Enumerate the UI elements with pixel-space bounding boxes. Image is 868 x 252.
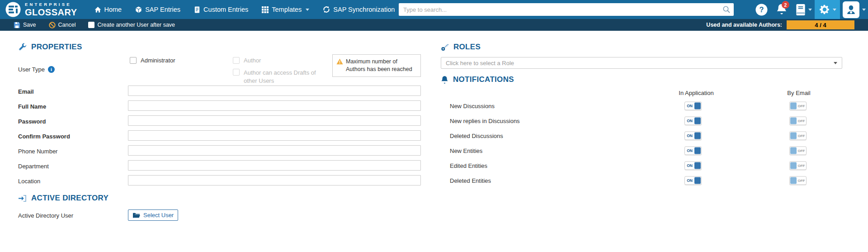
- home-icon: [94, 6, 101, 13]
- email-toggle-off[interactable]: OFF: [789, 101, 807, 110]
- sign-in-icon: [18, 195, 27, 202]
- in-app-toggle-on[interactable]: ON: [684, 101, 702, 110]
- location-label: Location: [18, 177, 40, 184]
- svg-text:?: ?: [759, 5, 764, 14]
- search-icon[interactable]: [722, 5, 731, 14]
- phone-number-field[interactable]: [128, 145, 421, 156]
- notification-row-label: Deleted Entities: [450, 177, 491, 184]
- toggle-on-label: ON: [685, 119, 694, 123]
- email-field[interactable]: [128, 86, 421, 96]
- top-navbar: ENTERPRISE GLOSSARY Home SAP Entries Cus…: [0, 0, 868, 19]
- confirm-password-field[interactable]: [128, 130, 421, 141]
- save-button[interactable]: Save: [14, 22, 36, 29]
- author-drafts-checkbox-row: Author can access Drafts of other Users: [233, 69, 319, 85]
- nav-item-label: Custom Entries: [203, 6, 248, 13]
- by-email-column-header: By Email: [787, 90, 810, 96]
- department-label: Department: [18, 162, 49, 169]
- select-user-label: Select User: [143, 212, 174, 219]
- notification-row-label: New replies in Discussions: [450, 117, 520, 124]
- cancel-label: Cancel: [58, 22, 76, 28]
- main-menu: Home SAP Entries Custom Entries Template…: [94, 6, 403, 13]
- nav-item-label: Home: [104, 6, 122, 13]
- app-logo[interactable]: ENTERPRISE GLOSSARY: [5, 2, 77, 17]
- role-select[interactable]: Click here to select a Role: [441, 57, 842, 69]
- email-toggle-off[interactable]: OFF: [789, 161, 807, 170]
- notifications-header: NOTIFICATIONS: [441, 75, 514, 84]
- navbar-right-icons: ? 2: [751, 0, 868, 19]
- toggle-knob: [694, 102, 701, 109]
- create-another-user-checkbox-row[interactable]: Create another User after save: [88, 22, 175, 28]
- search-input[interactable]: [399, 3, 734, 16]
- department-field[interactable]: [128, 160, 421, 171]
- roles-notifications-column: ROLES Click here to select a Role NOTIFI…: [441, 31, 843, 252]
- nav-item-custom-entries[interactable]: Custom Entries: [194, 6, 248, 13]
- action-toolbar: Save Cancel Create another User after sa…: [0, 19, 868, 31]
- grid-icon: [262, 6, 269, 13]
- notifications-button[interactable]: 2: [771, 0, 792, 19]
- notification-row-label: New Discussions: [450, 102, 495, 109]
- confirm-password-label: Confirm Password: [18, 133, 70, 139]
- password-row: Password: [18, 114, 425, 128]
- active-directory-title: ACTIVE DIRECTORY: [31, 194, 108, 203]
- chevron-down-icon: [833, 9, 836, 11]
- toggle-on-label: ON: [685, 178, 694, 183]
- full-name-field[interactable]: [128, 100, 421, 111]
- notification-row-new-discussions: New Discussions ON OFF: [441, 98, 843, 113]
- user-icon: [845, 4, 857, 16]
- in-app-toggle-on[interactable]: ON: [684, 161, 702, 170]
- save-icon: [14, 22, 20, 29]
- notification-row-new-replies: New replies in Discussions ON OFF: [441, 113, 843, 128]
- authors-counter-badge: 4 / 4: [787, 20, 854, 29]
- email-toggle-off[interactable]: OFF: [789, 176, 807, 185]
- in-app-toggle-on[interactable]: ON: [684, 176, 702, 185]
- settings-button-active[interactable]: [815, 0, 840, 19]
- toggle-knob: [790, 102, 797, 109]
- logo-text: ENTERPRISE GLOSSARY: [25, 2, 77, 17]
- properties-column: PROPERTIES User Type i Administrator Aut…: [18, 31, 425, 252]
- nav-item-templates[interactable]: Templates: [262, 6, 309, 13]
- active-directory-user-label: Active Directory User: [18, 212, 73, 219]
- toggle-off-label: OFF: [797, 133, 806, 138]
- department-row: Department: [18, 158, 425, 173]
- notifications-title: NOTIFICATIONS: [453, 75, 514, 84]
- nav-item-sap-synchronization[interactable]: SAP Synchronization: [323, 6, 402, 13]
- administrator-checkbox-row[interactable]: Administrator: [130, 57, 175, 64]
- create-another-user-checkbox[interactable]: [88, 22, 94, 28]
- administrator-checkbox[interactable]: [130, 57, 137, 64]
- email-toggle-off[interactable]: OFF: [789, 131, 807, 140]
- sync-icon: [323, 6, 330, 13]
- toggle-on-label: ON: [685, 104, 694, 108]
- toggle-knob: [790, 177, 797, 184]
- logo-glossary: GLOSSARY: [25, 8, 77, 17]
- in-app-toggle-on[interactable]: ON: [684, 131, 702, 140]
- full-name-row: Full Name: [18, 99, 425, 114]
- email-toggle-off[interactable]: OFF: [789, 146, 807, 155]
- full-name-label: Full Name: [18, 103, 46, 109]
- email-toggle-off[interactable]: OFF: [789, 116, 807, 125]
- toggle-off-label: OFF: [797, 148, 806, 152]
- phone-number-label: Phone Number: [18, 147, 57, 154]
- email-label: Email: [18, 88, 34, 95]
- warning-icon: [336, 58, 343, 65]
- password-field[interactable]: [128, 115, 421, 126]
- info-icon[interactable]: i: [48, 66, 55, 73]
- in-application-column-header: In Application: [679, 90, 713, 96]
- user-menu-button[interactable]: [840, 0, 868, 19]
- document-icon: [194, 6, 200, 13]
- nav-item-home[interactable]: Home: [94, 6, 122, 13]
- in-app-toggle-on[interactable]: ON: [684, 146, 702, 155]
- notification-row-deleted-discussions: Deleted Discussions ON OFF: [441, 128, 843, 143]
- warning-text: Maximum number of Authors has been reach…: [346, 58, 412, 72]
- location-field[interactable]: [128, 175, 421, 185]
- nav-item-sap-entries[interactable]: SAP Entries: [135, 6, 180, 13]
- glossary-log-button[interactable]: [792, 0, 815, 19]
- administrator-label: Administrator: [141, 57, 175, 64]
- help-button[interactable]: ?: [751, 0, 771, 19]
- cancel-button[interactable]: Cancel: [49, 22, 76, 29]
- folder-icon: [132, 212, 140, 219]
- toggle-knob: [694, 162, 701, 169]
- select-user-button[interactable]: Select User: [128, 209, 178, 221]
- notification-row-label: Deleted Discussions: [450, 132, 503, 139]
- notification-row-label: New Entities: [450, 147, 482, 154]
- in-app-toggle-on[interactable]: ON: [684, 116, 702, 125]
